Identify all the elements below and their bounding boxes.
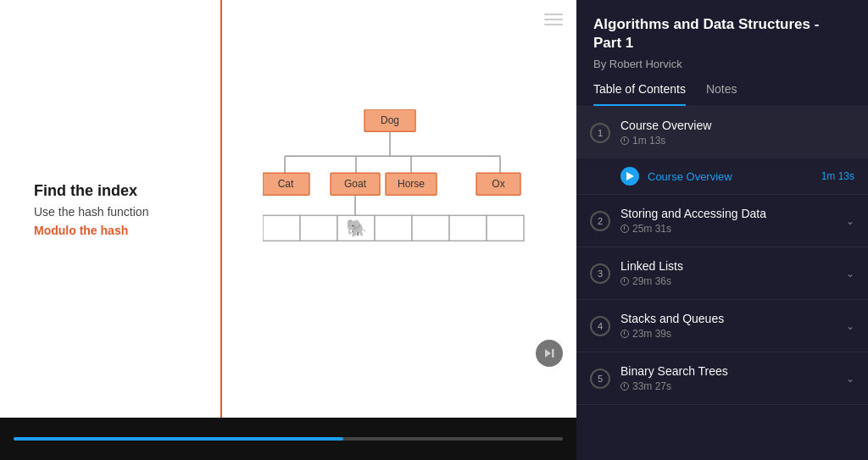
section-title-5: Binary Search Trees bbox=[620, 364, 836, 378]
svg-text:Ox: Ox bbox=[492, 178, 504, 190]
hamburger-line-1 bbox=[544, 14, 563, 15]
section-duration-5: 33m 27s bbox=[620, 380, 836, 392]
svg-text:Dog: Dog bbox=[381, 114, 399, 126]
tree-svg: Dog Cat Goat bbox=[263, 109, 534, 287]
course-title: Algorithms and Data Structures - Part 1 bbox=[593, 15, 851, 53]
toc-section-header-5[interactable]: 5 Binary Search Trees 33m 27s ⌄ bbox=[576, 352, 868, 404]
chevron-icon-5: ⌄ bbox=[846, 373, 854, 385]
section-number-2: 2 bbox=[590, 211, 610, 231]
right-panel: Algorithms and Data Structures - Part 1 … bbox=[576, 0, 868, 460]
toc-section-1: 1 Course Overview 1m 13s Course Overview… bbox=[576, 107, 868, 195]
lesson-row-1[interactable]: Course Overview 1m 13s bbox=[576, 158, 868, 194]
slide-text: Find the index Use the hash function Mod… bbox=[34, 181, 148, 236]
clock-icon-5 bbox=[620, 382, 629, 391]
section-title-1: Course Overview bbox=[620, 119, 854, 132]
play-circle-1 bbox=[620, 167, 639, 186]
toc-section-4: 4 Stacks and Queues 23m 39s ⌄ bbox=[576, 300, 868, 352]
svg-text:Horse: Horse bbox=[398, 178, 425, 190]
clock-icon-4 bbox=[620, 330, 629, 338]
section-info-1: Course Overview 1m 13s bbox=[620, 119, 854, 147]
toc-section-header-2[interactable]: 2 Storing and Accessing Data 25m 31s ⌄ bbox=[576, 195, 868, 247]
section-duration-2: 25m 31s bbox=[620, 223, 836, 235]
tree-diagram: Dog Cat Goat bbox=[263, 109, 534, 291]
section-title-3: Linked Lists bbox=[620, 259, 836, 273]
tab-table-of-contents[interactable]: Table of Contents bbox=[593, 82, 686, 106]
svg-text:🐘: 🐘 bbox=[346, 218, 367, 238]
hamburger-lines[interactable] bbox=[544, 14, 563, 25]
svg-text:Goat: Goat bbox=[344, 178, 367, 190]
toc-content[interactable]: 1 Course Overview 1m 13s Course Overview… bbox=[576, 107, 868, 460]
lesson-duration-1: 1m 13s bbox=[821, 170, 854, 182]
svg-rect-17 bbox=[263, 215, 300, 241]
video-bottom-bar bbox=[0, 418, 576, 460]
slide-divider bbox=[220, 0, 222, 418]
section-number-3: 3 bbox=[590, 263, 610, 284]
svg-text:Cat: Cat bbox=[278, 178, 294, 190]
svg-rect-26 bbox=[552, 349, 554, 357]
play-triangle-1 bbox=[626, 172, 634, 180]
tabs: Table of Contents Notes bbox=[593, 82, 851, 106]
toc-section-header-4[interactable]: 4 Stacks and Queues 23m 39s ⌄ bbox=[576, 300, 868, 352]
chevron-icon-2: ⌄ bbox=[846, 215, 854, 227]
skip-button[interactable] bbox=[536, 340, 563, 367]
clock-icon-3 bbox=[620, 277, 629, 285]
chevron-icon-4: ⌄ bbox=[846, 320, 854, 332]
svg-rect-20 bbox=[375, 215, 412, 241]
tab-notes[interactable]: Notes bbox=[706, 82, 737, 106]
section-info-4: Stacks and Queues 23m 39s bbox=[620, 312, 836, 340]
toc-section-header-1[interactable]: 1 Course Overview 1m 13s bbox=[576, 107, 868, 158]
section-duration-1: 1m 13s bbox=[620, 135, 854, 147]
section-duration-4: 23m 39s bbox=[620, 328, 836, 340]
section-info-3: Linked Lists 29m 36s bbox=[620, 259, 836, 287]
video-content: Find the index Use the hash function Mod… bbox=[0, 0, 576, 418]
progress-bar-fill bbox=[14, 437, 343, 441]
skip-icon bbox=[543, 347, 555, 359]
svg-rect-21 bbox=[412, 215, 449, 241]
toc-section-3: 3 Linked Lists 29m 36s ⌄ bbox=[576, 247, 868, 300]
section-info-2: Storing and Accessing Data 25m 31s bbox=[620, 207, 836, 235]
hamburger-menu[interactable] bbox=[544, 14, 563, 25]
progress-bar[interactable] bbox=[14, 437, 563, 441]
chevron-icon-3: ⌄ bbox=[846, 268, 854, 280]
lesson-title-1: Course Overview bbox=[648, 170, 813, 183]
video-panel: Find the index Use the hash function Mod… bbox=[0, 0, 576, 460]
slide-line2: Use the hash function bbox=[34, 204, 148, 218]
toc-section-header-3[interactable]: 3 Linked Lists 29m 36s ⌄ bbox=[576, 247, 868, 299]
course-header: Algorithms and Data Structures - Part 1 … bbox=[576, 0, 868, 107]
svg-rect-23 bbox=[487, 215, 524, 241]
slide-line3: Modulo the hash bbox=[34, 223, 148, 236]
svg-rect-18 bbox=[300, 215, 337, 241]
course-author: By Robert Horvick bbox=[593, 58, 851, 70]
clock-icon-2 bbox=[620, 224, 629, 233]
hamburger-line-2 bbox=[544, 19, 563, 20]
slide-line1: Find the index bbox=[34, 181, 148, 199]
section-number-5: 5 bbox=[590, 369, 610, 389]
section-duration-3: 29m 36s bbox=[620, 275, 836, 287]
slide-area: Find the index Use the hash function Mod… bbox=[0, 0, 576, 418]
hamburger-line-3 bbox=[544, 24, 563, 25]
clock-icon-1 bbox=[620, 136, 629, 145]
toc-section-5: 5 Binary Search Trees 33m 27s ⌄ bbox=[576, 352, 868, 405]
section-title-4: Stacks and Queues bbox=[620, 312, 836, 325]
section-info-5: Binary Search Trees 33m 27s bbox=[620, 364, 836, 392]
svg-rect-22 bbox=[449, 215, 487, 241]
section-title-2: Storing and Accessing Data bbox=[620, 207, 836, 220]
svg-marker-25 bbox=[545, 349, 551, 357]
section-number-1: 1 bbox=[590, 123, 610, 143]
toc-section-2: 2 Storing and Accessing Data 25m 31s ⌄ bbox=[576, 195, 868, 247]
section-number-4: 4 bbox=[590, 316, 610, 336]
